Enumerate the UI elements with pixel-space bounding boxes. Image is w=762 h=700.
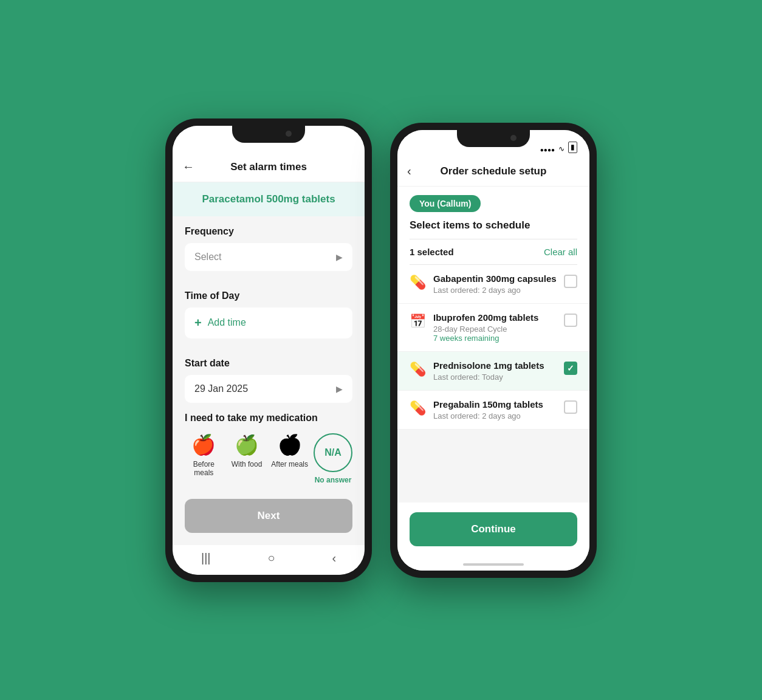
med-name: Paracetamol 500mg tablets xyxy=(202,193,335,205)
time-of-day-section: Time of Day + Add time xyxy=(173,281,365,338)
empty-space xyxy=(397,430,589,503)
meal-timing-label: I need to take my medication xyxy=(185,413,352,424)
next-button[interactable]: Next xyxy=(185,499,352,533)
ibuprofen-sub-green: 7 weeks remaining xyxy=(433,334,557,343)
ibuprofen-sub: 28-day Repeat Cycle xyxy=(433,324,557,334)
phone1-camera xyxy=(286,131,292,137)
before-meals-label: Before meals xyxy=(185,460,223,477)
start-date-label: Start date xyxy=(185,358,352,369)
pregabalin-icon: 💊 xyxy=(410,400,426,416)
section-title: Select items to schedule xyxy=(397,219,589,239)
signal-icon: ●●●● xyxy=(540,146,555,153)
phone2-title: Order schedule setup xyxy=(441,165,547,177)
prednisolone-checkbox[interactable] xyxy=(564,362,577,375)
back-nav-icon: ‹ xyxy=(332,551,336,565)
prednisolone-info: Prednisolone 1mg tablets Last ordered: T… xyxy=(433,360,557,382)
phone1-screen: ← Set alarm times Paracetamol 500mg tabl… xyxy=(173,126,365,575)
home-indicator-bar xyxy=(463,563,524,566)
add-time-plus-icon: + xyxy=(194,316,202,330)
before-meals-icon: 🍎 xyxy=(191,433,216,456)
frequency-chevron-icon: ▶ xyxy=(336,252,343,262)
time-of-day-label: Time of Day xyxy=(185,290,352,301)
phone2-content: You (Callum) Select items to schedule 1 … xyxy=(397,187,589,571)
phone1-notch xyxy=(232,126,305,143)
med-item-prednisolone[interactable]: 💊 Prednisolone 1mg tablets Last ordered:… xyxy=(397,352,589,391)
meal-option-after-meals[interactable]: 🍎 After meals xyxy=(270,433,309,484)
phone1-content: Paracetamol 500mg tablets Frequency Sele… xyxy=(173,182,365,545)
home-circle-icon: ○ xyxy=(267,551,275,565)
phone2: ●●●● ∿ ▮ ‹ Order schedule setup You (Cal… xyxy=(390,123,597,578)
home-bars-icon: ||| xyxy=(201,551,211,565)
phone1-nav-bar: ← Set alarm times xyxy=(173,153,365,182)
start-date-value: 29 Jan 2025 xyxy=(194,383,248,394)
frequency-placeholder: Select xyxy=(194,252,221,262)
battery-icon: ▮ xyxy=(568,142,577,153)
med-item-gabapentin[interactable]: 💊 Gabapentin 300mg capsules Last ordered… xyxy=(397,265,589,304)
meal-timing-section: I need to take my medication 🍎 Before me… xyxy=(173,413,365,494)
prednisolone-name: Prednisolone 1mg tablets xyxy=(433,360,557,371)
meal-option-with-food[interactable]: 🍏 With food xyxy=(228,433,266,484)
no-answer-circle: N/A xyxy=(314,433,352,472)
phone1-bottom-bar: ||| ○ ‹ xyxy=(173,545,365,575)
frequency-label: Frequency xyxy=(185,226,352,237)
start-date-section: Start date 29 Jan 2025 ▶ xyxy=(173,348,365,403)
gabapentin-checkbox[interactable] xyxy=(564,275,577,288)
frequency-select[interactable]: Select ▶ xyxy=(185,243,352,271)
wifi-icon: ∿ xyxy=(558,145,565,153)
pregabalin-sub: Last ordered: 2 days ago xyxy=(433,411,557,420)
gabapentin-icon: 💊 xyxy=(410,275,426,290)
gabapentin-name: Gabapentin 300mg capsules xyxy=(433,273,557,284)
continue-button[interactable]: Continue xyxy=(410,512,577,546)
selection-header: 1 selected Clear all xyxy=(397,239,589,264)
meal-option-before-meals[interactable]: 🍎 Before meals xyxy=(185,433,223,484)
clear-all-button[interactable]: Clear all xyxy=(544,247,577,257)
add-time-text: Add time xyxy=(208,317,246,328)
pregabalin-name: Pregabalin 150mg tablets xyxy=(433,399,557,410)
with-food-label: With food xyxy=(232,460,263,468)
selected-count: 1 selected xyxy=(410,247,454,257)
gabapentin-info: Gabapentin 300mg capsules Last ordered: … xyxy=(433,273,557,295)
phone1-title: Set alarm times xyxy=(230,161,307,173)
phone2-back-button[interactable]: ‹ xyxy=(407,164,411,178)
after-meals-icon: 🍎 xyxy=(278,433,302,456)
gabapentin-sub: Last ordered: 2 days ago xyxy=(433,286,557,295)
date-chevron-icon: ▶ xyxy=(336,384,343,394)
phone2-camera xyxy=(510,135,517,141)
ibuprofen-info: Ibuprofen 200mg tablets 28-day Repeat Cy… xyxy=(433,312,557,343)
med-item-pregabalin[interactable]: 💊 Pregabalin 150mg tablets Last ordered:… xyxy=(397,391,589,430)
pregabalin-checkbox[interactable] xyxy=(564,400,577,414)
phone2-screen: ●●●● ∿ ▮ ‹ Order schedule setup You (Cal… xyxy=(397,130,589,571)
ibuprofen-icon: 📅 xyxy=(410,314,426,329)
med-item-ibuprofen[interactable]: 📅 Ibuprofen 200mg tablets 28-day Repeat … xyxy=(397,304,589,352)
phone1: ← Set alarm times Paracetamol 500mg tabl… xyxy=(165,118,372,582)
start-date-picker[interactable]: 29 Jan 2025 ▶ xyxy=(185,375,352,403)
meal-options: 🍎 Before meals 🍏 With food 🍎 After meals xyxy=(185,433,352,484)
ibuprofen-checkbox[interactable] xyxy=(564,314,577,327)
prednisolone-sub: Last ordered: Today xyxy=(433,372,557,382)
phone1-back-button[interactable]: ← xyxy=(182,160,194,174)
phones-container: ← Set alarm times Paracetamol 500mg tabl… xyxy=(165,118,597,582)
ibuprofen-name: Ibuprofen 200mg tablets xyxy=(433,312,557,323)
after-meals-label: After meals xyxy=(271,460,308,468)
meal-option-no-answer[interactable]: N/A No answer xyxy=(314,433,352,484)
frequency-section: Frequency Select ▶ xyxy=(173,216,365,271)
user-badge-label: You (Callum) xyxy=(410,195,481,212)
med-header: Paracetamol 500mg tablets xyxy=(173,182,365,216)
phone2-home-indicator xyxy=(397,558,589,571)
add-time-button[interactable]: + Add time xyxy=(185,307,352,338)
user-badge: You (Callum) xyxy=(397,187,589,219)
prednisolone-icon: 💊 xyxy=(410,362,426,377)
no-answer-label: No answer xyxy=(315,476,352,484)
phone2-notch xyxy=(457,130,530,147)
phone2-nav-bar: ‹ Order schedule setup xyxy=(397,157,589,187)
with-food-icon: 🍏 xyxy=(235,433,259,456)
pregabalin-info: Pregabalin 150mg tablets Last ordered: 2… xyxy=(433,399,557,420)
